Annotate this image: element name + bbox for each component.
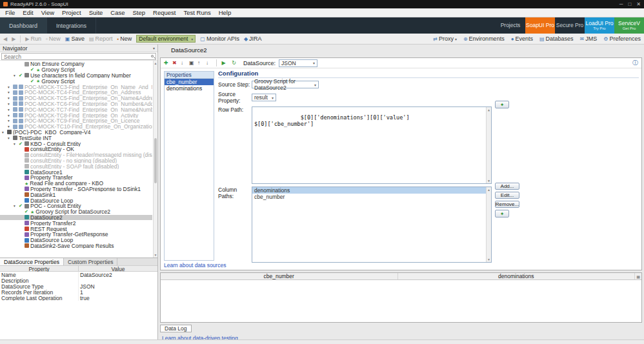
row-path-scrollbar[interactable]: ▲ ▼ (486, 107, 491, 183)
tree-item[interactable]: ▾✔POC - Consult Entity (0, 203, 152, 209)
new-button[interactable]: ▫New (46, 35, 61, 42)
tree-item[interactable]: ✔★Groovy Script for DataSource2 (0, 209, 152, 215)
ribbon-tab-servicev[interactable]: ServiceVGet Pro (614, 17, 644, 34)
tree-item[interactable]: ▾POC-MOCK-TC7-Find_Enterprise_On_Name&Nu… (0, 106, 152, 112)
learn-data-sources-link[interactable]: Learn about data sources (164, 262, 226, 268)
column-path-denominations[interactable]: denominations (252, 187, 486, 194)
run-button[interactable]: ▶Run (25, 35, 41, 42)
report-button[interactable]: ▤Report (89, 35, 113, 42)
tree-item[interactable]: ▾✔Use characters In field Company Number (0, 73, 152, 79)
add-button[interactable]: Add... (495, 183, 519, 190)
expander-icon[interactable]: ▾ (8, 85, 12, 89)
tree-item[interactable]: ▾POC-MOCK-TC3-Find_Enterprise_On_Name_An… (0, 84, 152, 90)
save-button[interactable]: ▣Save (65, 35, 85, 42)
expander-icon[interactable]: ▾ (8, 136, 12, 140)
edit-button[interactable]: Edit... (495, 192, 519, 199)
tree-item[interactable]: DataSource Loop (0, 197, 152, 203)
tree-item[interactable]: Non Ensure Company (0, 61, 152, 67)
expander-icon[interactable]: ▾ (8, 108, 12, 112)
menu-project[interactable]: Project (58, 9, 85, 16)
tree-item[interactable]: ▾TestSuite INT (0, 135, 152, 141)
tree-item[interactable]: ▾POC-MOCK-TC10-Find_Enterprise_On_Organi… (0, 124, 152, 130)
menu-test-runs[interactable]: Test Runs (179, 9, 214, 16)
expander-icon[interactable]: ▾ (14, 142, 17, 146)
minimize-button[interactable]: ─ (619, 1, 623, 7)
menu-file[interactable]: File (1, 9, 19, 16)
tree-item[interactable]: DataSource Loop (0, 238, 152, 243)
monitor-apis-button[interactable]: ▢Monitor APIs (200, 35, 239, 42)
tree-item[interactable]: ▾POC-MOCK-TC4-Find_Enterprise_On_Address (0, 90, 152, 96)
tree-item[interactable]: DataSource2 (0, 215, 152, 221)
source-property-select[interactable]: result ▾ (252, 94, 276, 101)
tree-item[interactable]: ▾POC-MOCK-TC5-Find_Enterprise_On_Name&Ad… (0, 96, 152, 101)
tree-item[interactable]: consultEntity - SOAP fault (disabled) (0, 163, 152, 169)
tree-item[interactable]: DataSink1 (0, 192, 152, 197)
maximize-button[interactable]: □ (628, 1, 631, 7)
row-path-input[interactable]: $[0]['denominations'][0]['value'] $[0]['… (252, 106, 492, 184)
back-button[interactable]: ◀ (3, 36, 7, 42)
tree-item[interactable]: ▾POC-MOCK-TC9-Find_Enterprise_On_Licence (0, 118, 152, 124)
tab-custom-properties[interactable]: Custom Properties (64, 258, 117, 265)
jira-button[interactable]: ◆JIRA (244, 35, 262, 42)
menu-step[interactable]: Step (129, 9, 150, 16)
datasource-type-select[interactable]: JSON ▾ (279, 59, 317, 67)
remove-icon[interactable]: ✖ (172, 60, 179, 66)
tree-item[interactable]: consultEntity - FileHeader/messageId mis… (0, 152, 152, 158)
data-log-tab[interactable]: Data Log (160, 325, 192, 332)
ribbon-tab-dashboard[interactable]: Dashboard (0, 17, 47, 34)
ribbon-tab-projects[interactable]: Projects (496, 17, 525, 34)
toolbar-preferences-button[interactable]: ⚙Preferences (603, 35, 641, 42)
tree-item[interactable]: REST Request (0, 226, 152, 232)
property-value[interactable]: DataSource2 (79, 272, 157, 278)
move-up-icon[interactable]: ↑ (197, 60, 205, 66)
tree-item[interactable]: Property Transfer2 (0, 220, 152, 226)
tree-item[interactable]: ★Read File and compare - KBO (0, 181, 152, 187)
tree-item[interactable]: ✔★Groovy Script (0, 67, 152, 73)
tree-item[interactable]: Property Transfer-GetResponse (0, 232, 152, 238)
menu-help[interactable]: Help (215, 9, 236, 16)
remove-button[interactable]: Remove... (495, 201, 519, 208)
rerun-icon[interactable]: ↻ (230, 60, 237, 66)
table-options-icon[interactable]: ▦ (635, 273, 641, 279)
ribbon-tab-integrations[interactable]: Integrations (47, 17, 96, 34)
tree-item[interactable]: DataSink2-Save Compare Results (0, 243, 152, 249)
expander-icon[interactable]: ▾ (8, 96, 12, 100)
expander-icon[interactable]: ▾ (14, 74, 17, 77)
navigator-scrollbar[interactable]: ▲ ▼ (153, 61, 157, 258)
ribbon-tab-loadui-pro[interactable]: LoadUI ProTry Pro (585, 17, 614, 34)
toolbar-jms-button[interactable]: ✉JMS (580, 35, 598, 42)
expander-icon[interactable]: ▾ (14, 204, 17, 208)
navigator-menu-button[interactable]: ▾ (153, 46, 155, 50)
datasource-property-denominations[interactable]: denominations (165, 85, 214, 92)
close-button[interactable]: ✕ (636, 1, 641, 7)
source-step-select[interactable]: Groovy Script for DataSource2 ▾ (252, 81, 319, 88)
property-value[interactable]: true (79, 295, 157, 301)
tree-item[interactable]: Property Transfer - SOAPresponse to DSin… (0, 187, 152, 192)
info-icon[interactable]: ⓘ (632, 59, 638, 67)
toolbar-proxy-button[interactable]: ⇄Proxy▾ (433, 35, 457, 42)
column-paths-scrollbar[interactable]: ▲ ▼ (486, 187, 491, 262)
get-data-button[interactable]: ✦ (495, 210, 509, 218)
export-icon[interactable]: ↓ (181, 60, 188, 66)
tree-item[interactable]: ▾POC-MOCK-TC6-Find_Enterprise_On_Number&… (0, 101, 152, 107)
menu-case[interactable]: Case (106, 9, 128, 16)
get-data-button[interactable]: ✦ (495, 101, 509, 108)
menu-edit[interactable]: Edit (19, 9, 37, 16)
expander-icon[interactable]: ▾ (8, 125, 12, 128)
datasource-property-cbe-number[interactable]: cbe_number (165, 79, 214, 85)
expander-icon[interactable]: ▾ (2, 130, 6, 134)
tree-item[interactable]: ▾POC-MOCK-TC8-Find_Enterprise_On_Activit… (0, 112, 152, 118)
environment-select[interactable]: Default environment▾ (136, 35, 196, 43)
menu-request[interactable]: Request (149, 9, 179, 16)
expander-icon[interactable]: ▾ (8, 119, 12, 123)
tree-item[interactable]: DataSource1 (0, 169, 152, 175)
tree-item[interactable]: ▾(POC)-PDC_KBO_Compare-V4 (0, 130, 152, 136)
toolbar-events-button[interactable]: ●Events (511, 35, 533, 42)
tree-item[interactable]: consultEntity - OK (0, 147, 152, 152)
search-input[interactable] (1, 53, 156, 60)
tree-item[interactable]: Property Transfer (0, 175, 152, 181)
ribbon-tab-soapui-pro[interactable]: SoapUI Pro (525, 17, 555, 34)
new-item-button[interactable]: ▪New (117, 35, 132, 42)
ribbon-tab-secure-pro[interactable]: Secure Pro (555, 17, 585, 34)
column-path-cbe-number[interactable]: cbe_number (252, 194, 486, 200)
